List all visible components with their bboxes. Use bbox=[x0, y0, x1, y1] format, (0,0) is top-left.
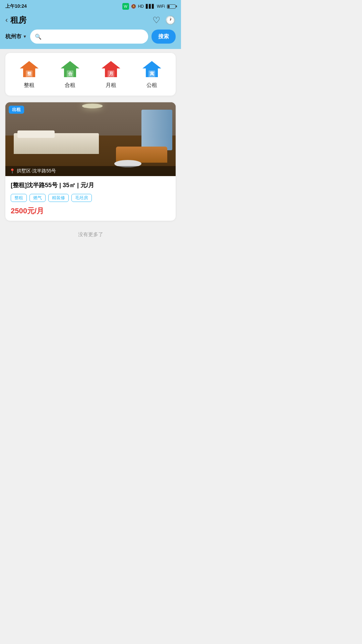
city-name: 杭州市 bbox=[5, 33, 21, 40]
search-box: 🔍 bbox=[30, 30, 148, 44]
header-right: ♡ 🕐 bbox=[153, 15, 176, 25]
hd-label: HD bbox=[138, 4, 144, 9]
header: ‹ 租房 ♡ 🕐 bbox=[0, 12, 181, 30]
back-button[interactable]: ‹ bbox=[5, 16, 8, 24]
search-icon: 🔍 bbox=[35, 34, 42, 40]
mute-icon: 🔕 bbox=[131, 4, 136, 9]
category-zhengzu[interactable]: 整 整租 bbox=[19, 60, 39, 89]
listing-image: 出租 📍 拱墅区·沈半路55号 bbox=[5, 102, 176, 176]
category-yuezu[interactable]: 月 月租 bbox=[101, 60, 121, 89]
yuezu-icon: 月 bbox=[101, 60, 121, 78]
tag-zhengzu: 整租 bbox=[11, 194, 27, 202]
hezi-icon: 合 bbox=[60, 60, 80, 78]
category-label-hezi: 合租 bbox=[65, 82, 75, 89]
tag-jingzhuangxiu: 精装修 bbox=[48, 194, 69, 202]
location-pin-icon: 📍 bbox=[9, 168, 15, 174]
listing-card[interactable]: 出租 📍 拱墅区·沈半路55号 [整租]沈半路55号 | 35㎡ | 元/月 整… bbox=[5, 102, 176, 221]
signal-icon: ▋▋▋ bbox=[146, 4, 155, 9]
listing-area: 出租 📍 拱墅区·沈半路55号 [整租]沈半路55号 | 35㎡ | 元/月 整… bbox=[0, 100, 181, 251]
search-row: 杭州市 ▼ 🔍 搜索 bbox=[0, 30, 181, 49]
category-label-yuezu: 月租 bbox=[106, 82, 116, 89]
listing-photo bbox=[5, 102, 176, 176]
battery-icon bbox=[167, 4, 176, 9]
for-rent-badge: 出租 bbox=[9, 106, 24, 114]
search-button[interactable]: 搜索 bbox=[152, 30, 176, 44]
city-selector[interactable]: 杭州市 ▼ bbox=[5, 33, 27, 40]
listing-location: 拱墅区·沈半路55号 bbox=[17, 168, 56, 174]
location-bar: 📍 拱墅区·沈半路55号 bbox=[5, 166, 176, 176]
svg-text:月: 月 bbox=[109, 71, 113, 76]
wifi-icon: WiFi bbox=[157, 4, 165, 9]
svg-text:整: 整 bbox=[27, 71, 32, 76]
svg-text:寓: 寓 bbox=[150, 71, 154, 76]
wechat-icon: W bbox=[122, 3, 129, 10]
tag-row: 整租 燃气 精装修 毛坯房 bbox=[11, 194, 170, 202]
page-title: 租房 bbox=[10, 15, 26, 25]
tag-maopifang: 毛坯房 bbox=[71, 194, 92, 202]
listing-info: [整租]沈半路55号 | 35㎡ | 元/月 整租 燃气 精装修 毛坯房 250… bbox=[5, 176, 176, 221]
svg-text:合: 合 bbox=[68, 71, 73, 76]
history-icon[interactable]: 🕐 bbox=[165, 15, 176, 25]
category-gongzu[interactable]: 寓 公租 bbox=[142, 60, 162, 89]
listing-price: 2500元/月 bbox=[11, 206, 170, 216]
status-icons: W 🔕 HD ▋▋▋ WiFi bbox=[122, 3, 176, 10]
category-card: 整 整租 合 合租 月 月租 寓 bbox=[5, 53, 176, 96]
favorite-icon[interactable]: ♡ bbox=[153, 15, 160, 25]
search-input[interactable] bbox=[44, 34, 143, 40]
category-label-gongzu: 公租 bbox=[146, 82, 157, 89]
category-hezi[interactable]: 合 合租 bbox=[60, 60, 80, 89]
tag-ranqi: 燃气 bbox=[29, 194, 46, 202]
gongzu-icon: 寓 bbox=[142, 60, 162, 78]
listing-title: [整租]沈半路55号 | 35㎡ | 元/月 bbox=[11, 181, 170, 190]
category-label-zhengzu: 整租 bbox=[24, 82, 35, 89]
status-time: 上午10:24 bbox=[5, 3, 27, 9]
zhengzu-icon: 整 bbox=[19, 60, 39, 78]
status-bar: 上午10:24 W 🔕 HD ▋▋▋ WiFi bbox=[0, 0, 181, 12]
chevron-down-icon: ▼ bbox=[23, 34, 27, 39]
no-more-text: 没有更多了 bbox=[5, 226, 176, 248]
header-left: ‹ 租房 bbox=[5, 15, 26, 25]
